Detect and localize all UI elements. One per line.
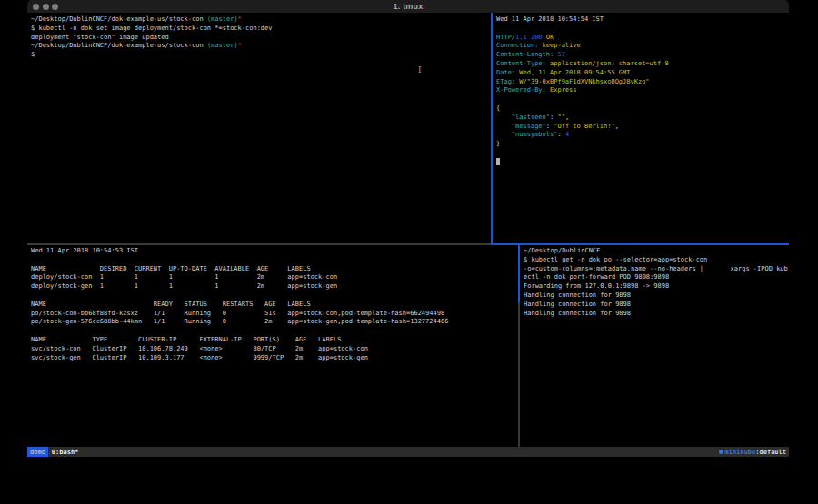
window-controls (33, 4, 58, 10)
terminal-line: X-Powered-By: Express (496, 86, 789, 95)
terminal-line: deploy/stock-con 1 1 1 1 2m app=stock-co… (31, 273, 518, 282)
terminal-line: ETag: W/"39-0xBPf9aF1dXVNkhsxoBQgJ8vKzo" (496, 78, 789, 87)
terminal-line: "message": "Off to Berlin!", (496, 123, 789, 132)
terminal-line: Connection: keep-alive (496, 42, 789, 51)
terminal-line: ~/Desktop/DublinCNCF/dok-example-us/stoc… (31, 42, 491, 51)
terminal-line: po/stock-gen-576cc688bb-44kmn 1/1 Runnin… (31, 318, 518, 327)
terminal-line: $ (31, 51, 491, 60)
terminal-window: 1. tmux ~/Desktop/DublinCNCF/dok-example… (27, 0, 789, 457)
terminal-line: Forwarding from 127.0.0.1:9898 -> 9898 (524, 282, 789, 292)
minimize-button-icon[interactable] (43, 4, 49, 10)
terminal-line: Date: Wed, 11 Apr 2018 09:54:55 GMT (496, 69, 789, 78)
terminal-line: Wed 11 Apr 2018 10:54:54 IST (496, 15, 789, 25)
tmux-status-bar: demo 0:bash* minikube :default (27, 447, 789, 457)
terminal-line: ectl -n dok port-forward POD 9898:9898 (524, 273, 789, 282)
close-button-icon[interactable] (33, 4, 39, 10)
kube-context-label: minikube (725, 449, 756, 456)
terminal-line: ~/Desktop/DublinCNCF (524, 247, 789, 256)
terminal-line: $ kubectl get -n dok po --selector=app=s… (524, 256, 789, 265)
pane-divider-horizontal-left[interactable] (27, 243, 491, 245)
kube-namespace-label: :default (755, 449, 786, 456)
terminal-line: NAME TYPE CLUSTER-IP EXTERNAL-IP PORT(S)… (31, 336, 518, 345)
pane-http-response[interactable]: Wed 11 Apr 2018 10:54:54 ISTHTTP/1.1 200… (493, 13, 789, 243)
tmux-window-tab[interactable]: 0:bash* (52, 449, 79, 456)
terminal-line: Handling connection for 9898 (524, 301, 789, 310)
text-cursor (496, 158, 500, 165)
terminal-line (496, 95, 789, 104)
terminal-line: HTTP/1.1 200 OK (496, 34, 789, 43)
terminal-line: } (496, 140, 789, 149)
window-title: 1. tmux (394, 2, 424, 11)
terminal-line: -o=custom-columns=:metadata.name --no-he… (524, 265, 789, 274)
terminal-line (31, 256, 518, 265)
terminal-line: "lastseen": "", (496, 114, 789, 123)
terminal-line (496, 158, 789, 167)
terminal-line (496, 149, 789, 158)
terminal-line: NAME READY STATUS RESTARTS AGE LABELS (31, 301, 518, 310)
terminal-line: deployment "stock-con" image updated (31, 34, 491, 43)
terminal-line: NAME DESIRED CURRENT UP-TO-DATE AVAILABL… (31, 265, 518, 274)
terminal-line: Handling connection for 9898 (524, 310, 789, 319)
terminal-line: deploy/stock-gen 1 1 1 1 2m app=stock-ge… (31, 282, 518, 292)
terminal-line: { (496, 104, 789, 114)
mouse-ibeam-cursor: I (418, 66, 423, 74)
pane-divider-vertical-top[interactable] (491, 13, 493, 243)
pane-divider-vertical-bottom-active[interactable] (518, 244, 520, 302)
maximize-button-icon[interactable] (52, 4, 58, 10)
kubernetes-helm-icon (719, 450, 723, 454)
terminal-line (496, 25, 789, 34)
terminal-line: Content-Length: 57 (496, 51, 789, 60)
tmux-session-name[interactable]: demo (27, 447, 48, 457)
pane-shell-set-image[interactable]: ~/Desktop/DublinCNCF/dok-example-us/stoc… (27, 13, 491, 243)
terminal-line: po/stock-con-bb68f88fd-kzsxz 1/1 Running… (31, 310, 518, 319)
terminal-line: Handling connection for 9898 (524, 292, 789, 301)
terminal-line: "numsymbols": 4 (496, 131, 789, 140)
terminal-line: ~/Desktop/DublinCNCF/dok-example-us/stoc… (31, 15, 491, 25)
pane-port-forward[interactable]: ~/Desktop/DublinCNCF$ kubectl get -n dok… (520, 244, 789, 447)
tmux-status-right: minikube :default (719, 449, 786, 456)
pane-kubectl-watch[interactable]: Wed 11 Apr 2018 10:54:53 ISTNAME DESIRED… (27, 244, 518, 447)
terminal-line (31, 292, 518, 301)
terminal-line: Wed 11 Apr 2018 10:54:53 IST (31, 247, 518, 256)
terminal-line: svc/stock-con ClusterIP 10.106.78.249 <n… (31, 345, 518, 354)
pane-divider-vertical-bottom[interactable] (518, 302, 520, 447)
terminal-line: svc/stock-gen ClusterIP 10.109.3.177 <no… (31, 354, 518, 363)
terminal-line: Content-Type: application/json; charset=… (496, 60, 789, 69)
terminal-line (31, 327, 518, 336)
title-bar[interactable]: 1. tmux (27, 0, 789, 13)
pane-divider-horizontal-right[interactable] (491, 243, 789, 245)
terminal-line: $ kubectl -n dok set image deployment/st… (31, 25, 491, 34)
